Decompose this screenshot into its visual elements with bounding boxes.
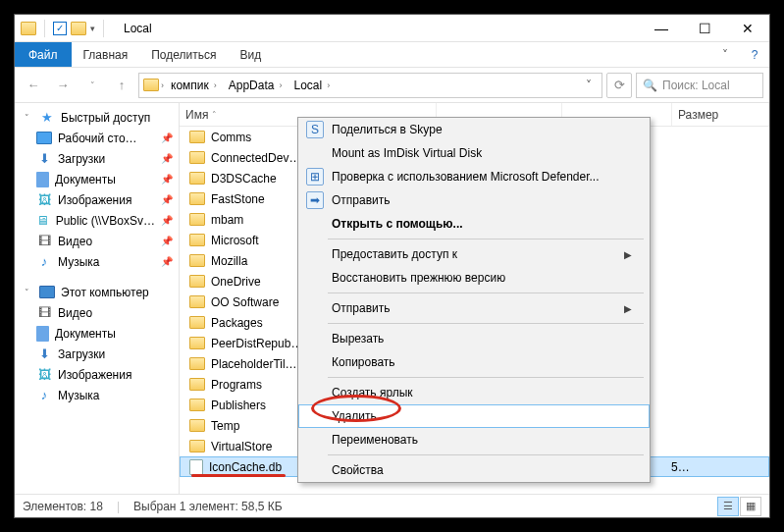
sidebar-item[interactable]: 🖼Изображения📌 bbox=[15, 189, 179, 210]
context-item[interactable]: ➡Отправить bbox=[298, 188, 650, 212]
sidebar-item[interactable]: Документы bbox=[15, 323, 179, 344]
history-dropdown[interactable]: ˅ bbox=[79, 73, 105, 98]
sidebar-item[interactable]: Документы📌 bbox=[15, 169, 179, 189]
refresh-button[interactable]: ⟳ bbox=[606, 73, 632, 98]
context-item[interactable]: Mount as ImDisk Virtual Disk bbox=[298, 141, 650, 165]
vid-icon: 🎞 bbox=[36, 234, 52, 249]
img-icon: 🖼 bbox=[36, 192, 52, 208]
context-item[interactable]: Вырезать bbox=[298, 327, 650, 350]
up-button[interactable]: ↑ bbox=[109, 73, 134, 98]
folder-icon bbox=[189, 419, 205, 432]
context-item[interactable]: Переименовать bbox=[298, 428, 650, 452]
sidebar-item[interactable]: Рабочий сто…📌 bbox=[15, 128, 179, 148]
pin-icon: 📌 bbox=[161, 236, 179, 246]
context-item[interactable]: Восстановить прежнюю версию bbox=[298, 266, 650, 290]
folder-icon bbox=[189, 357, 205, 370]
tab-view[interactable]: Вид bbox=[228, 42, 273, 67]
file-icon bbox=[189, 459, 203, 475]
context-item[interactable]: Открыть с помощью... bbox=[298, 212, 650, 236]
context-separator bbox=[328, 323, 644, 324]
search-placeholder: Поиск: Local bbox=[662, 79, 730, 92]
sidebar-item[interactable]: 🎞Видео bbox=[15, 302, 179, 323]
minimize-button[interactable]: — bbox=[640, 15, 683, 42]
addr-dropdown-icon[interactable]: ˅ bbox=[586, 79, 598, 92]
help-icon[interactable]: ? bbox=[740, 42, 769, 67]
window-title: Local bbox=[114, 22, 152, 35]
tab-home[interactable]: Главная bbox=[72, 42, 140, 67]
folder-icon bbox=[189, 378, 205, 391]
submenu-arrow-icon: ▶ bbox=[624, 249, 632, 260]
folder-icon bbox=[189, 131, 205, 143]
search-input[interactable]: 🔍 Поиск: Local bbox=[636, 73, 763, 98]
explorer-window: ✓ ▾ Local — ☐ ✕ Файл Главная Поделиться … bbox=[14, 14, 770, 518]
context-item[interactable]: ⊞Проверка с использованием Microsoft Def… bbox=[298, 165, 650, 188]
down-icon: ⬇ bbox=[36, 151, 52, 167]
qat-dropdown-icon[interactable]: ▾ bbox=[90, 24, 95, 33]
sidebar-quick-access[interactable]: ˅★ Быстрый доступ bbox=[15, 107, 179, 128]
ribbon: Файл Главная Поделиться Вид ˅ ? bbox=[15, 42, 769, 68]
pin-icon: 📌 bbox=[161, 194, 179, 205]
file-tab[interactable]: Файл bbox=[15, 42, 72, 67]
context-item[interactable]: SПоделиться в Skype bbox=[298, 118, 650, 141]
close-button[interactable]: ✕ bbox=[726, 15, 769, 42]
vid-icon: 🎞 bbox=[36, 305, 52, 321]
forward-button[interactable]: → bbox=[50, 73, 76, 98]
context-item-icon: S bbox=[306, 121, 324, 138]
context-separator bbox=[328, 239, 644, 239]
address-bar: ← → ˅ ↑ › компик› AppData› Local› ˅ ⟳ 🔍 … bbox=[15, 68, 769, 103]
sidebar-item[interactable]: ⬇Загрузки bbox=[15, 344, 179, 364]
folder-icon bbox=[189, 172, 205, 185]
annotation-underline bbox=[191, 474, 286, 477]
crumb-1: AppData› bbox=[224, 74, 287, 97]
doc-icon bbox=[36, 172, 49, 187]
context-item[interactable]: Предоставить доступ к▶ bbox=[298, 242, 650, 266]
folder-icon bbox=[189, 337, 205, 349]
status-bar: Элементов: 18 | Выбран 1 элемент: 58,5 К… bbox=[15, 494, 769, 517]
context-item[interactable]: Свойства bbox=[298, 458, 650, 482]
qat-properties-icon[interactable]: ✓ bbox=[53, 22, 67, 35]
pin-icon: 📌 bbox=[161, 174, 179, 185]
context-menu: SПоделиться в SkypeMount as ImDisk Virtu… bbox=[297, 117, 651, 483]
view-icons-button[interactable]: ▦ bbox=[740, 497, 761, 516]
context-separator bbox=[328, 293, 644, 293]
breadcrumb[interactable]: › компик› AppData› Local› ˅ bbox=[138, 73, 602, 98]
ribbon-collapse-icon[interactable]: ˅ bbox=[710, 42, 740, 67]
pc-icon bbox=[39, 286, 55, 298]
qat-newfolder-icon[interactable] bbox=[71, 22, 86, 35]
context-item[interactable]: Отправить▶ bbox=[298, 296, 650, 320]
mus-icon: ♪ bbox=[36, 254, 52, 270]
folder-icon bbox=[189, 213, 205, 226]
back-button[interactable]: ← bbox=[21, 73, 46, 98]
desk-icon bbox=[36, 132, 52, 144]
crumb-2: Local› bbox=[288, 74, 335, 97]
sidebar-this-pc[interactable]: ˅ Этот компьютер bbox=[15, 282, 179, 302]
sidebar-item[interactable]: ⬇Загрузки📌 bbox=[15, 148, 179, 169]
folder-icon bbox=[189, 254, 205, 267]
star-icon: ★ bbox=[39, 110, 55, 126]
pin-icon: 📌 bbox=[161, 153, 179, 164]
status-count: Элементов: 18 bbox=[23, 500, 103, 513]
crumb-0: компик› bbox=[166, 74, 222, 97]
folder-icon bbox=[189, 295, 205, 308]
sidebar-item[interactable]: ♪Музыка bbox=[15, 385, 179, 405]
col-size[interactable]: Размер bbox=[672, 103, 769, 126]
sidebar-item[interactable]: ♪Музыка📌 bbox=[15, 251, 179, 272]
sidebar: ˅★ Быстрый доступ Рабочий сто…📌⬇Загрузки… bbox=[15, 103, 180, 494]
tab-share[interactable]: Поделиться bbox=[139, 42, 228, 67]
net-icon: 🖥 bbox=[36, 213, 50, 229]
sidebar-item[interactable]: 🖥Public (\\VBoxSv…📌 bbox=[15, 210, 179, 231]
annotation-ellipse bbox=[311, 395, 401, 422]
app-icon bbox=[21, 22, 36, 35]
pin-icon: 📌 bbox=[161, 256, 179, 267]
maximize-button[interactable]: ☐ bbox=[683, 15, 726, 42]
titlebar: ✓ ▾ Local — ☐ ✕ bbox=[15, 15, 769, 42]
down-icon: ⬇ bbox=[36, 346, 52, 362]
context-item[interactable]: Копировать bbox=[298, 350, 650, 374]
submenu-arrow-icon: ▶ bbox=[624, 303, 632, 314]
sidebar-item[interactable]: 🎞Видео📌 bbox=[15, 231, 179, 251]
search-icon: 🔍 bbox=[643, 79, 657, 92]
folder-icon bbox=[189, 399, 205, 411]
sidebar-item[interactable]: 🖼Изображения bbox=[15, 364, 179, 385]
folder-icon bbox=[189, 275, 205, 288]
view-details-button[interactable]: ☰ bbox=[717, 497, 739, 516]
